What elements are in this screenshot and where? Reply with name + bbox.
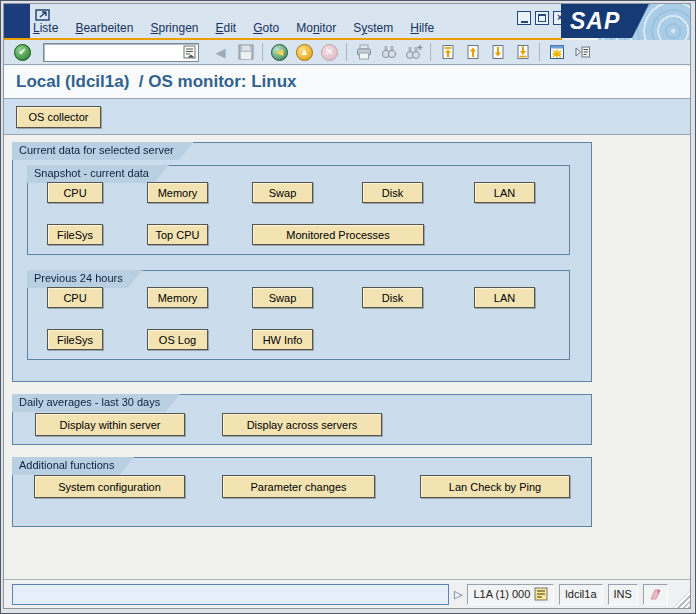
tray-daily-averages: Daily averages - last 30 days Display wi… <box>12 394 592 445</box>
previous-disk-button[interactable]: Disk <box>362 287 423 308</box>
status-system-cell[interactable]: L1A (1) 000 <box>467 584 554 605</box>
menu-system[interactable]: System <box>353 21 393 38</box>
menu-hilfe[interactable]: Hilfe <box>410 21 434 38</box>
system-list-icon <box>534 587 548 601</box>
toolbar-separator <box>262 43 263 61</box>
create-shortcut-icon[interactable] <box>572 43 591 62</box>
maximize-icon <box>538 14 546 22</box>
snapshot-swap-button[interactable]: Swap <box>252 182 313 203</box>
menu-liste[interactable]: Liste <box>33 21 58 38</box>
tray-additional-functions-title: Additional functions <box>19 459 114 471</box>
snapshot-disk-button[interactable]: Disk <box>362 182 423 203</box>
back-scroll-icon: ◀ <box>211 43 230 62</box>
tray-additional-functions-tab: Additional functions <box>12 457 134 475</box>
previous-memory-button[interactable]: Memory <box>147 287 208 308</box>
tray-daily-averages-title: Daily averages - last 30 days <box>19 396 160 408</box>
status-input-mode-cell[interactable]: INS <box>608 584 638 605</box>
system-menu-icon[interactable] <box>35 7 53 20</box>
first-page-icon[interactable] <box>438 43 457 62</box>
tray-previous-24h: Previous 24 hours CPU Memory Swap Disk L… <box>27 270 570 360</box>
display-within-server-button[interactable]: Display within server <box>35 413 185 436</box>
menu-springen[interactable]: Springen <box>150 21 198 38</box>
previous-cpu-button[interactable]: CPU <box>47 287 103 308</box>
tray-current-data-title: Current data for selected server <box>19 144 174 156</box>
new-session-icon[interactable] <box>547 43 566 62</box>
previous-lan-button[interactable]: LAN <box>474 287 535 308</box>
menu-goto[interactable]: Goto <box>253 21 279 38</box>
tray-previous-24h-title: Previous 24 hours <box>34 272 123 284</box>
previous-hw-info-button[interactable]: HW Info <box>252 329 313 350</box>
window-frame: Liste Bearbeiten Springen Edit Goto Moni… <box>3 3 691 609</box>
system-configuration-button[interactable]: System configuration <box>34 475 185 498</box>
minimize-icon <box>521 21 528 23</box>
display-across-servers-button[interactable]: Display across servers <box>222 413 382 436</box>
command-field-wrap <box>43 43 199 62</box>
snapshot-memory-button[interactable]: Memory <box>147 182 208 203</box>
snapshot-lan-button[interactable]: LAN <box>474 182 535 203</box>
tray-daily-averages-tab: Daily averages - last 30 days <box>12 394 180 412</box>
status-host-cell: ldcil1a <box>559 584 602 605</box>
next-page-icon[interactable] <box>488 43 507 62</box>
cancel-button: ✕ <box>320 43 339 62</box>
enter-button[interactable]: ✔ <box>13 43 32 62</box>
minimize-button[interactable] <box>517 11 531 25</box>
status-system-text: L1A (1) 000 <box>473 588 530 600</box>
previous-filesys-button[interactable]: FileSys <box>47 329 103 350</box>
parameter-changes-button[interactable]: Parameter changes <box>222 475 375 498</box>
tray-snapshot-tab: Snapshot - current data <box>27 165 169 183</box>
previous-os-log-button[interactable]: OS Log <box>147 329 208 350</box>
tray-current-data-tab: Current data for selected server <box>12 142 194 160</box>
screen-body: Current data for selected server Snapsho… <box>4 135 690 581</box>
tray-previous-24h-tab: Previous 24 hours <box>27 270 143 288</box>
find-next-icon <box>404 43 423 62</box>
maximize-button[interactable] <box>535 11 549 25</box>
tray-additional-functions: Additional functions System configuratio… <box>12 457 592 527</box>
application-toolbar: OS collector <box>4 99 690 135</box>
command-history-icon[interactable] <box>183 45 197 59</box>
tray-snapshot: Snapshot - current data CPU Memory Swap … <box>27 165 570 255</box>
standard-toolbar: ✔ ◀ ◀ ▲ ✕ <box>4 40 690 65</box>
menu-bearbeiten[interactable]: Bearbeiten <box>75 21 133 38</box>
status-response-time-cell[interactable] <box>643 584 668 605</box>
exit-icon: ▲ <box>296 44 313 61</box>
response-time-icon <box>649 588 662 601</box>
save-icon <box>236 43 255 62</box>
previous-swap-button[interactable]: Swap <box>252 287 313 308</box>
lan-check-by-ping-button[interactable]: Lan Check by Ping <box>420 475 570 498</box>
status-input-mode-text: INS <box>614 588 632 600</box>
print-icon <box>354 43 373 62</box>
snapshot-filesys-button[interactable]: FileSys <box>47 224 103 245</box>
previous-page-icon[interactable] <box>463 43 482 62</box>
toolbar-separator <box>539 43 540 61</box>
toolbar-separator <box>346 43 347 61</box>
status-host-text: ldcil1a <box>565 588 596 600</box>
banner-corner-decor <box>4 4 30 38</box>
toolbar-separator <box>430 43 431 61</box>
snapshot-cpu-button[interactable]: CPU <box>47 182 103 203</box>
menu-monitor[interactable]: Monitor <box>296 21 336 38</box>
tray-current-data: Current data for selected server Snapsho… <box>12 142 592 382</box>
status-bar: ▷ L1A (1) 000 ldcil1a INS <box>4 579 690 608</box>
menu-bar: Liste Bearbeiten Springen Edit Goto Moni… <box>33 21 434 38</box>
exit-button[interactable]: ▲ <box>295 43 314 62</box>
find-icon <box>379 43 398 62</box>
back-icon: ◀ <box>271 44 288 61</box>
command-input[interactable] <box>43 43 199 62</box>
snapshot-monitored-processes-button[interactable]: Monitored Processes <box>252 224 424 245</box>
window-controls: × <box>517 11 567 25</box>
status-message-field <box>12 584 449 605</box>
last-page-icon[interactable] <box>513 43 532 62</box>
enter-icon: ✔ <box>14 44 31 61</box>
screen-title-bar: Local (ldcil1a) / OS monitor: Linux <box>4 66 690 99</box>
snapshot-top-cpu-button[interactable]: Top CPU <box>147 224 208 245</box>
cancel-icon: ✕ <box>321 44 338 61</box>
menu-edit[interactable]: Edit <box>215 21 236 38</box>
resize-grip[interactable] <box>673 586 691 608</box>
tray-snapshot-title: Snapshot - current data <box>34 167 149 179</box>
page-title: Local (ldcil1a) / OS monitor: Linux <box>16 72 297 92</box>
os-collector-button[interactable]: OS collector <box>16 106 101 128</box>
status-expand-icon[interactable]: ▷ <box>454 588 462 601</box>
back-button[interactable]: ◀ <box>270 43 289 62</box>
sap-gui-window: Liste Bearbeiten Springen Edit Goto Moni… <box>0 0 696 614</box>
